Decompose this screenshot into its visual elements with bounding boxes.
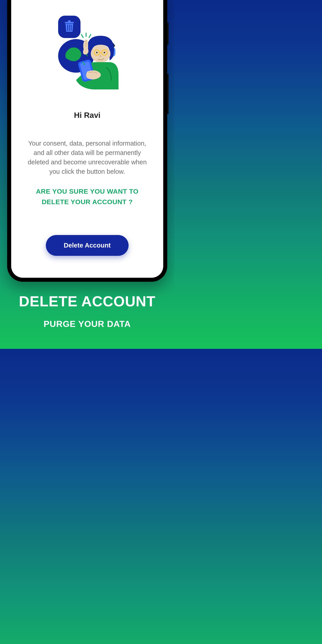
phone-side-button [167,22,168,45]
svg-point-21 [82,62,84,63]
promo-subtitle: PURGE YOUR DATA [0,319,174,329]
phone-screen: Hi Ravi Your consent, data, personal inf… [11,0,163,278]
phone-device-frame: Hi Ravi Your consent, data, personal inf… [7,0,167,282]
delete-account-button[interactable]: Delete Account [46,235,128,256]
phone-side-button [167,74,168,114]
svg-line-9 [82,34,83,38]
svg-point-16 [96,52,98,53]
warning-body-text: Your consent, data, personal information… [24,139,150,176]
svg-rect-2 [68,20,71,22]
svg-point-22 [84,64,85,65]
promo-footer: DELETE ACCOUNT PURGE YOUR DATA [0,293,174,329]
svg-point-17 [104,52,105,53]
greeting-heading: Hi Ravi [74,111,100,120]
svg-line-11 [89,34,91,38]
promo-title: DELETE ACCOUNT [0,293,174,310]
confirm-question-text: ARE YOU SURE YOU WANT TO DELETE YOUR ACC… [24,186,150,207]
delete-account-illustration [54,14,121,90]
